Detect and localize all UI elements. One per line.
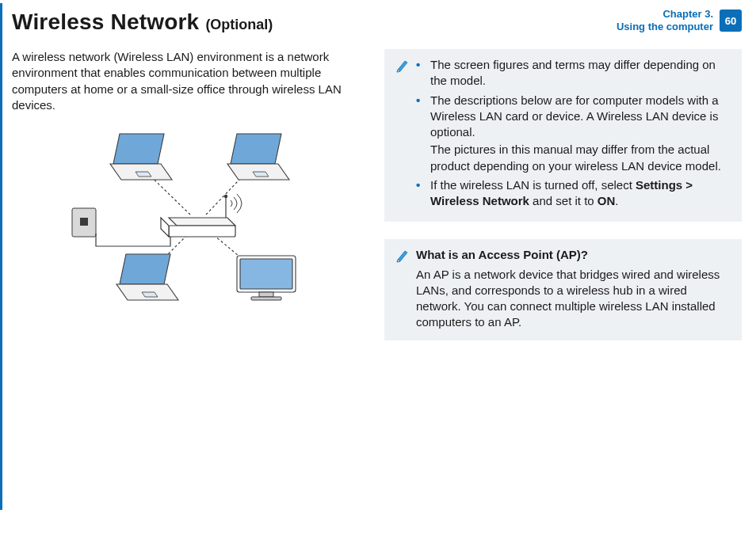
svg-rect-7	[169, 226, 235, 237]
note1-bullet3: If the wireless LAN is turned off, selec…	[430, 177, 731, 210]
page-title-optional: (Optional)	[205, 17, 273, 33]
svg-marker-16	[253, 172, 269, 177]
note-icon	[395, 59, 410, 212]
monitor-icon	[237, 256, 296, 300]
svg-point-10	[224, 195, 227, 198]
note-box: What is an Access Point (AP)? An AP is a…	[384, 239, 742, 340]
intro-paragraph: A wireless network (Wireless LAN) enviro…	[12, 49, 361, 113]
note-box: The screen figures and terms may differ …	[384, 49, 742, 222]
note2-title: What is an Access Point (AP)?	[416, 247, 731, 263]
svg-rect-5	[80, 218, 88, 226]
svg-marker-17	[120, 254, 170, 284]
svg-marker-6	[169, 218, 235, 226]
chapter-block: Chapter 3. Using the computer 60	[617, 8, 742, 34]
note1-bullet2a: The descriptions below are for computer …	[430, 93, 731, 141]
svg-marker-13	[136, 172, 151, 177]
note1-bullet1: The screen figures and terms may differ …	[430, 57, 731, 89]
page-title-block: Wireless Network (Optional)	[12, 10, 273, 35]
wall-outlet-icon	[72, 208, 96, 237]
chapter-line1: Chapter 3.	[617, 8, 713, 21]
note1-bullet2b: The pictures in this manual may differ f…	[430, 142, 731, 174]
svg-marker-8	[161, 218, 169, 237]
note2-body: An AP is a network device that bridges w…	[416, 267, 731, 331]
svg-marker-11	[113, 134, 164, 164]
page-number-badge: 60	[720, 10, 742, 32]
network-diagram	[52, 121, 321, 303]
svg-marker-19	[142, 292, 158, 297]
svg-rect-21	[240, 259, 292, 289]
router-icon	[161, 194, 242, 237]
laptop-icon	[116, 254, 178, 300]
note-icon	[395, 249, 410, 330]
page-title: Wireless Network	[12, 10, 199, 35]
svg-rect-23	[251, 297, 281, 300]
svg-rect-22	[259, 292, 273, 297]
laptop-icon	[227, 134, 289, 180]
laptop-icon	[110, 134, 172, 180]
chapter-line2: Using the computer	[617, 21, 713, 33]
svg-marker-14	[231, 134, 281, 164]
